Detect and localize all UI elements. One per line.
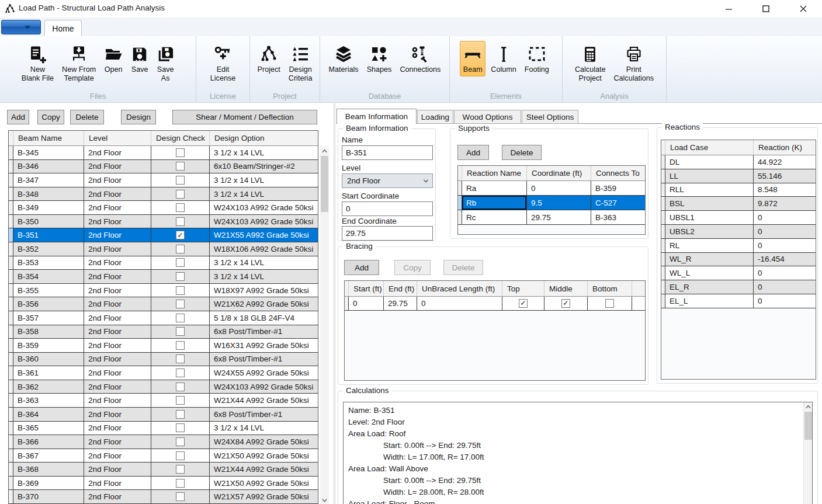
design-check-checkbox[interactable] [176, 410, 185, 419]
beam-row[interactable]: B-367 2nd Floor W21X50 A992 Grade 50ksi [9, 449, 318, 463]
beam-level-cell[interactable]: 2nd Floor [84, 256, 151, 270]
beam-level-cell[interactable]: 2nd Floor [84, 422, 151, 436]
beam-name-cell[interactable]: B-350 [13, 215, 84, 229]
beam-name-cell[interactable]: B-365 [13, 422, 84, 436]
design-option-cell[interactable]: W24X103 A992 Grade 50ksi [210, 201, 318, 215]
header-load-case[interactable]: Load Case [665, 140, 754, 155]
design-option-cell[interactable]: 6x8 Post/Timber-#1 [210, 325, 318, 339]
save-as-button[interactable]: Save As [154, 41, 177, 85]
beam-row[interactable]: B-354 2nd Floor 3 1/2 x 14 LVL [9, 270, 318, 284]
header-beam-name[interactable]: Beam Name [13, 131, 84, 145]
beam-row[interactable]: B-358 2nd Floor 6x8 Post/Timber-#1 [9, 325, 318, 339]
design-check-cell[interactable] [151, 270, 210, 284]
design-option-cell[interactable]: 6x8 Post/Timber-#1 [210, 353, 318, 367]
connects-to-cell[interactable]: B-363 [591, 210, 645, 225]
beam-delete-button[interactable]: Delete [70, 110, 104, 124]
beam-name-cell[interactable]: B-347 [13, 173, 84, 187]
design-check-checkbox[interactable] [176, 479, 185, 488]
design-option-cell[interactable]: 6x10 Beam/Stringer-#2 [210, 160, 318, 174]
beam-level-cell[interactable]: 2nd Floor [84, 173, 151, 187]
design-option-cell[interactable]: W24X55 A992 Grade 50ksi [210, 366, 318, 380]
beam-row[interactable]: B-351 2nd Floor ✓ W21X55 A992 Grade 50ks… [9, 228, 318, 242]
design-check-cell[interactable] [151, 449, 210, 463]
beam-row[interactable]: B-346 2nd Floor 6x10 Beam/Stringer-#2 [9, 160, 318, 174]
beam-name-cell[interactable]: B-367 [13, 449, 84, 463]
tab-loading[interactable]: Loading [417, 110, 453, 124]
design-check-checkbox[interactable] [176, 314, 185, 322]
coordinate-cell[interactable]: 29.75 [527, 210, 591, 225]
beam-row[interactable]: B-361 2nd Floor W24X55 A992 Grade 50ksi [9, 366, 318, 380]
materials-button[interactable]: Materials [326, 41, 362, 77]
beam-name-cell[interactable]: B-346 [13, 160, 84, 174]
beam-name-cell[interactable]: B-353 [13, 256, 84, 270]
design-check-cell[interactable] [151, 284, 210, 298]
design-check-cell[interactable] [151, 408, 210, 422]
beam-row[interactable]: B-363 2nd Floor W21X44 A992 Grade 50ksi [9, 394, 318, 408]
design-option-cell[interactable]: 3 1/2 x 14 LVL [210, 187, 318, 201]
beam-name-cell[interactable]: B-363 [13, 394, 84, 408]
header-middle[interactable]: Middle [544, 281, 588, 296]
design-option-cell[interactable]: 3 1/2 x 14 LVL [210, 173, 318, 187]
beam-level-cell[interactable]: 2nd Floor [84, 339, 151, 353]
bracing-add-button[interactable]: Add [344, 260, 379, 275]
footing-button[interactable]: Footing [522, 41, 552, 77]
reaction-value-cell[interactable]: 0 [754, 280, 816, 294]
design-option-cell[interactable]: 3 1/2 x 14 LVL [210, 146, 318, 160]
design-check-checkbox[interactable] [176, 203, 185, 212]
beam-level-cell[interactable]: 2nd Floor [84, 146, 151, 160]
beam-name-cell[interactable]: B-361 [13, 366, 84, 380]
beam-row[interactable]: B-353 2nd Floor 3 1/2 x 14 LVL [9, 256, 318, 270]
design-check-cell[interactable] [151, 325, 210, 339]
beam-row[interactable]: B-345 2nd Floor 3 1/2 x 14 LVL [9, 146, 318, 160]
header-design-check[interactable]: Design Check [151, 131, 210, 145]
beam-row[interactable]: B-365 2nd Floor 3 1/2 x 14 LVL [9, 422, 318, 436]
bracing-bottom-cell[interactable] [588, 297, 632, 311]
beam-name-cell[interactable]: B-368 [13, 463, 84, 477]
calculations-textbox[interactable]: Name: B-351Level: 2nd FloorArea Load: Ro… [343, 402, 813, 504]
header-connects-to[interactable]: Connects To [591, 166, 645, 180]
bracing-end-cell[interactable]: 29.75 [384, 297, 417, 311]
design-check-cell[interactable] [151, 242, 210, 256]
design-option-cell[interactable]: 3 1/2 x 14 LVL [210, 422, 318, 436]
calculate-project-button[interactable]: Calculate Project [572, 41, 609, 85]
column-button[interactable]: Column [488, 41, 519, 77]
design-check-cell[interactable] [151, 339, 210, 353]
beam-level-cell[interactable]: 2nd Floor [84, 325, 151, 339]
beam-row[interactable]: B-364 2nd Floor 6x8 Post/Timber-#1 [9, 408, 318, 422]
tab-wood-options[interactable]: Wood Options [454, 110, 521, 124]
reaction-value-cell[interactable]: 0 [754, 225, 816, 239]
beam-name-cell[interactable]: B-351 [13, 228, 84, 242]
design-check-checkbox[interactable] [176, 492, 185, 501]
design-option-cell[interactable]: W16X31 A992 Grade 50ksi [210, 339, 318, 353]
reaction-value-cell[interactable]: 55.146 [754, 169, 816, 183]
beam-level-cell[interactable]: 2nd Floor [84, 490, 151, 504]
beam-button[interactable]: Beam [460, 41, 485, 77]
middle-checkbox[interactable]: ✓ [561, 299, 570, 308]
design-option-cell[interactable]: W18X97 A992 Grade 50ksi [210, 284, 318, 298]
scroll-down-icon[interactable] [320, 496, 329, 504]
load-case-cell[interactable]: RLL [665, 183, 754, 197]
beam-name-cell[interactable]: B-357 [13, 311, 84, 325]
beam-level-cell[interactable]: 2nd Floor [84, 160, 151, 174]
scrollbar-thumb[interactable] [804, 412, 812, 440]
bracing-start-cell[interactable]: 0 [349, 297, 384, 311]
beam-name-cell[interactable]: B-348 [13, 187, 84, 201]
load-case-cell[interactable]: DL [665, 155, 754, 169]
bracing-top-cell[interactable]: ✓ [502, 297, 544, 311]
beam-row[interactable]: B-349 2nd Floor W24X103 A992 Grade 50ksi [9, 201, 318, 215]
beam-name-cell[interactable]: B-345 [13, 146, 84, 160]
tab-steel-options[interactable]: Steel Options [522, 110, 578, 124]
design-option-cell[interactable]: W21X62 A992 Grade 50ksi [210, 297, 318, 311]
beam-name-cell[interactable]: B-359 [13, 339, 84, 353]
new-blank-file-button[interactable]: New Blank File [19, 41, 57, 85]
reaction-value-cell[interactable]: 0 [754, 294, 816, 308]
new-from-template-button[interactable]: New From Template [59, 41, 99, 85]
load-case-cell[interactable]: UBSL1 [665, 211, 754, 225]
maximize-button[interactable] [747, 0, 785, 18]
design-check-checkbox[interactable] [176, 383, 185, 391]
scroll-up-icon[interactable] [320, 147, 329, 155]
beam-level-cell[interactable]: 2nd Floor [84, 463, 151, 477]
load-case-cell[interactable]: EL_R [665, 280, 754, 294]
design-check-cell[interactable] [151, 366, 210, 380]
design-check-cell[interactable] [151, 394, 210, 408]
